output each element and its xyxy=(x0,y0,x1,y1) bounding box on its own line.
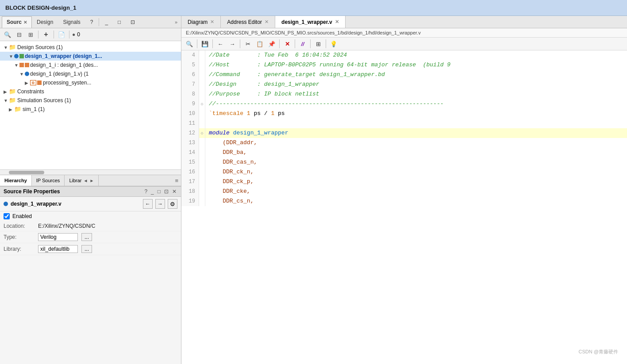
editor-tab-diagram[interactable]: Diagram ✕ xyxy=(181,16,221,28)
library-arrow-left[interactable]: ◄ xyxy=(84,178,88,183)
arrow-design-1-wrapper[interactable]: ▼ xyxy=(9,54,14,59)
fold-6[interactable] xyxy=(199,70,205,80)
line-content-6[interactable]: //Command : generate_target design_1_wra… xyxy=(205,70,627,80)
enabled-checkbox[interactable] xyxy=(4,213,10,219)
line-content-17[interactable]: DDR_ck_p, xyxy=(205,177,627,187)
line-content-13[interactable]: (DDR_addr, xyxy=(205,138,627,148)
fold-13[interactable] xyxy=(199,138,205,148)
line-content-7[interactable]: //Design : design_1_wrapper xyxy=(205,80,627,89)
fold-11[interactable] xyxy=(199,119,205,128)
line-content-15[interactable]: DDR_cas_n, xyxy=(205,157,627,167)
file-nav-back[interactable]: ← xyxy=(143,199,153,209)
close-wrapper-tab[interactable]: ✕ xyxy=(335,19,339,25)
tree-item-design-sources[interactable]: ▼ 📁 Design Sources (1) xyxy=(0,43,181,52)
close-diagram-tab[interactable]: ✕ xyxy=(210,19,214,25)
fold-17[interactable] xyxy=(199,177,205,187)
tab-design[interactable]: Design xyxy=(32,16,58,28)
fold-12[interactable]: ◇ xyxy=(199,128,205,138)
fold-10[interactable] xyxy=(199,109,205,119)
line-content-18[interactable]: DDR_cke, xyxy=(205,187,627,196)
close-address-editor-tab[interactable]: ✕ xyxy=(265,19,269,25)
editor-tab-address-editor[interactable]: Address Editor ✕ xyxy=(221,16,275,28)
line-content-10[interactable]: `timescale 1 ps / 1 ps xyxy=(205,109,627,119)
arrow-processing-system[interactable]: ▶ xyxy=(25,80,30,85)
search-button[interactable]: 🔍 xyxy=(3,30,12,39)
arrow-design-sources[interactable]: ▼ xyxy=(4,45,9,50)
line-content-8[interactable]: //Purpose : IP block netlist xyxy=(205,89,627,99)
ed-forward-btn[interactable]: → xyxy=(227,38,238,49)
tree-item-processing-system[interactable]: ▶ ⊕ processing_systen... xyxy=(0,78,181,87)
line-content-4[interactable]: //Date : Tue Feb 6 16:04:52 2024 xyxy=(205,50,627,60)
ed-delete-btn[interactable]: ✕ xyxy=(282,38,292,49)
tab-menu-button[interactable]: ≡ xyxy=(172,177,181,184)
tree-item-design-1-wrapper[interactable]: ▼ design_1_wrapper (design_1... xyxy=(0,52,181,61)
ed-comment-btn[interactable]: // xyxy=(297,38,308,49)
ed-grid-btn[interactable]: ⊞ xyxy=(313,38,323,49)
fold-7[interactable] xyxy=(199,80,205,89)
tree-item-constraints[interactable]: ▶ 📁 Constraints xyxy=(0,87,181,96)
tab-help[interactable]: ? xyxy=(85,16,98,28)
line-content-14[interactable]: DDR_ba, xyxy=(205,148,627,157)
fold-9[interactable]: ◇ xyxy=(199,99,205,109)
fold-16[interactable] xyxy=(199,167,205,177)
tab-library[interactable]: Librar ◄ ► xyxy=(65,175,99,186)
ed-save-btn[interactable]: 💾 xyxy=(200,38,210,49)
arrow-constraints[interactable]: ▶ xyxy=(4,89,9,94)
line-content-16[interactable]: DDR_ck_n, xyxy=(205,167,627,177)
add-button[interactable]: + xyxy=(41,30,51,39)
expand-all-button[interactable]: ⊞ xyxy=(26,30,35,39)
tab-minimize[interactable]: _ xyxy=(100,16,113,28)
ed-back-btn[interactable]: ← xyxy=(215,38,226,49)
ed-bulb-btn[interactable]: 💡 xyxy=(328,38,339,49)
fold-15[interactable] xyxy=(199,157,205,167)
library-input[interactable] xyxy=(38,245,78,253)
ed-cut-btn[interactable]: ✂ xyxy=(242,38,253,49)
close-sources-tab[interactable]: ✕ xyxy=(23,20,27,25)
tree-scrollbar-x[interactable] xyxy=(0,169,181,175)
fold-4[interactable] xyxy=(199,50,205,60)
tab-ip-sources[interactable]: IP Sources xyxy=(32,175,65,186)
tab-signals[interactable]: Signals xyxy=(58,16,85,28)
fold-8[interactable] xyxy=(199,89,205,99)
editor-tab-wrapper[interactable]: design_1_wrapper.v ✕ xyxy=(275,16,346,28)
tree-item-design-1[interactable]: ▼ design_1 (design_1.v) (1 xyxy=(0,69,181,78)
tab-maximize[interactable]: ⊡ xyxy=(126,16,140,28)
tab-bar-extra[interactable]: » xyxy=(173,19,179,25)
file-nav-forward[interactable]: → xyxy=(155,199,165,209)
type-input[interactable] xyxy=(38,233,78,241)
fold-18[interactable] xyxy=(199,187,205,196)
tree-item-design-1-i[interactable]: ▼ design_1_i : design_1 (des... xyxy=(0,61,181,69)
props-help-btn[interactable]: ? xyxy=(143,188,148,195)
library-ellipsis[interactable]: ... xyxy=(81,245,92,253)
ed-paste-btn[interactable]: 📌 xyxy=(266,38,277,49)
tab-restore[interactable]: □ xyxy=(113,16,126,28)
arrow-design-1-i[interactable]: ▼ xyxy=(14,63,19,68)
line-content-12[interactable]: module design_1_wrapper xyxy=(205,128,627,138)
arrow-sim-1[interactable]: ▶ xyxy=(9,107,14,112)
props-restore-btn[interactable]: □ xyxy=(157,188,162,195)
tab-hierarchy[interactable]: Hierarchy xyxy=(0,175,32,186)
props-maximize-btn[interactable]: ⊡ xyxy=(163,188,169,195)
fold-19[interactable] xyxy=(199,196,205,206)
ed-copy-btn[interactable]: 📋 xyxy=(254,38,265,49)
tree-area[interactable]: ▼ 📁 Design Sources (1) ▼ design_1_wrappe… xyxy=(0,41,181,169)
file-settings-btn[interactable]: ⚙ xyxy=(168,199,177,209)
code-area[interactable]: 4 //Date : Tue Feb 6 16:04:52 2024 5 //H… xyxy=(181,50,627,364)
line-content-5[interactable]: //Host : LAPTOP-B0PC02P5 running 64-bit … xyxy=(205,60,627,70)
ed-search-btn[interactable]: 🔍 xyxy=(184,38,195,49)
tree-item-sim-1[interactable]: ▶ 📁 sim_1 (1) xyxy=(0,105,181,114)
props-minimize-btn[interactable]: _ xyxy=(150,188,155,195)
type-ellipsis[interactable]: ... xyxy=(81,233,92,241)
collapse-all-button[interactable]: ⊟ xyxy=(14,30,24,39)
props-close-btn[interactable]: ✕ xyxy=(171,188,177,195)
arrow-design-1[interactable]: ▼ xyxy=(19,72,25,77)
tab-sources[interactable]: Sourc ✕ xyxy=(2,16,32,28)
report-button[interactable]: 📄 xyxy=(57,30,66,39)
line-content-11[interactable] xyxy=(205,119,627,128)
library-arrow-right[interactable]: ► xyxy=(89,178,94,183)
line-content-19[interactable]: DDR_cs_n, xyxy=(205,196,627,206)
fold-14[interactable] xyxy=(199,148,205,157)
line-content-9[interactable]: //--------------------------------------… xyxy=(205,99,627,109)
tree-item-simulation-sources[interactable]: ▼ 📁 Simulation Sources (1) xyxy=(0,96,181,105)
fold-5[interactable] xyxy=(199,60,205,70)
